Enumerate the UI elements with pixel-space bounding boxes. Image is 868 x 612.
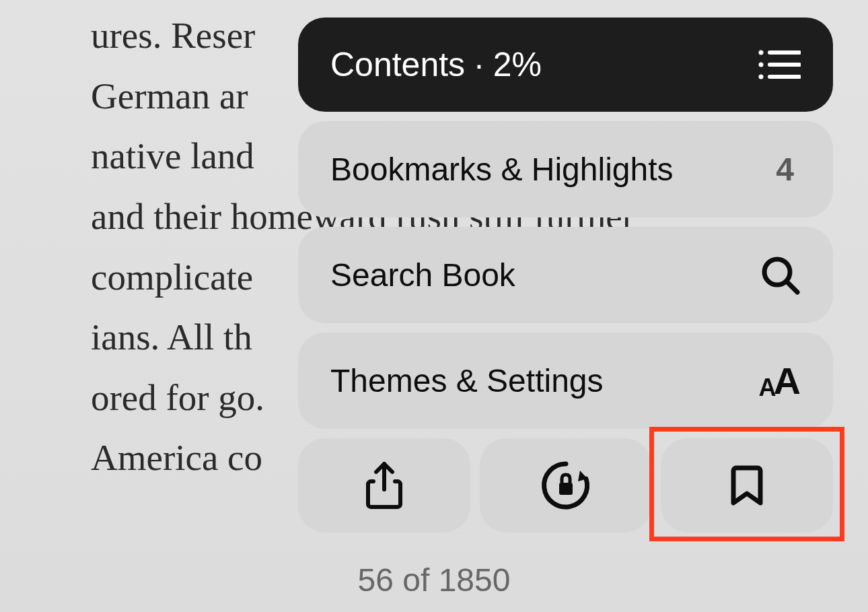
svg-point-0 (759, 50, 764, 55)
contents-label: Contents · 2% (330, 45, 542, 84)
bookmarks-highlights-button[interactable]: Bookmarks & Highlights 4 (298, 121, 833, 217)
share-icon (365, 461, 403, 510)
bookmark-icon (731, 464, 763, 507)
bookmark-button[interactable] (661, 438, 833, 533)
svg-rect-8 (559, 483, 573, 495)
bookmarks-count-badge: 4 (776, 151, 794, 188)
orientation-lock-icon (536, 458, 595, 512)
page-indicator: 56 of 1850 (0, 562, 868, 599)
themes-settings-button[interactable]: Themes & Settings AA (298, 333, 833, 429)
reading-menu: Contents · 2% Bookmarks & Highlights 4 S… (298, 18, 833, 533)
orientation-lock-button[interactable] (480, 438, 652, 533)
bookmarks-highlights-label: Bookmarks & Highlights (330, 151, 674, 188)
svg-point-4 (759, 75, 764, 79)
svg-line-7 (787, 282, 797, 292)
search-book-label: Search Book (330, 257, 515, 294)
list-icon (758, 48, 801, 81)
action-row (298, 438, 833, 533)
svg-point-2 (759, 63, 764, 67)
contents-button[interactable]: Contents · 2% (298, 18, 833, 112)
text-size-icon: AA (759, 362, 801, 400)
search-icon (760, 255, 801, 296)
search-book-button[interactable]: Search Book (298, 227, 833, 323)
share-button[interactable] (298, 438, 470, 533)
themes-settings-label: Themes & Settings (330, 362, 604, 399)
